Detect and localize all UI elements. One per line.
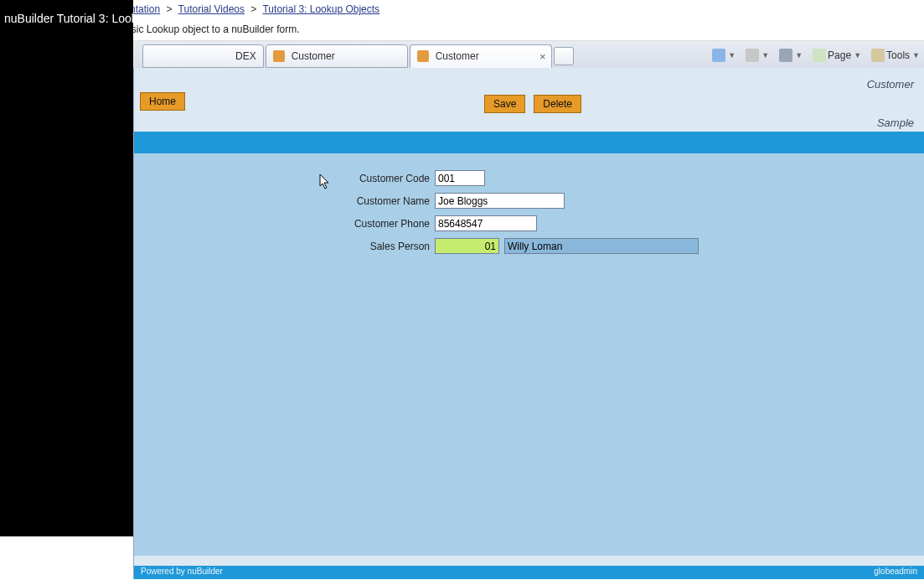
form-body: Customer Code Customer Name Customer Pho… bbox=[134, 153, 924, 556]
customer-code-input[interactable] bbox=[435, 170, 485, 186]
nubuilder-favicon-icon bbox=[273, 50, 285, 62]
delete-button[interactable]: Delete bbox=[534, 95, 581, 113]
page-label: Page bbox=[828, 49, 851, 61]
tools-label: Tools bbox=[886, 49, 910, 61]
save-button[interactable]: Save bbox=[484, 95, 525, 113]
home-icon bbox=[712, 49, 725, 62]
login-name: globeadmin bbox=[874, 567, 917, 578]
tab-label: DEX bbox=[235, 50, 256, 62]
form-breadcrumb-sample: Sample bbox=[877, 117, 914, 129]
home-button[interactable]: Home bbox=[140, 92, 185, 111]
tab-label: Customer bbox=[292, 50, 335, 62]
print-button[interactable]: ▼ bbox=[777, 47, 804, 64]
dropdown-icon[interactable]: ▼ bbox=[728, 51, 736, 60]
powered-by: Powered by nuBuilder bbox=[141, 567, 223, 578]
customer-phone-label: Customer Phone bbox=[271, 218, 430, 230]
form-breadcrumb-customer: Customer bbox=[867, 78, 914, 91]
dropdown-icon[interactable]: ▼ bbox=[912, 51, 920, 60]
doc-breadcrumb: (6.3) nuBuilder Documentation > Tutorial… bbox=[0, 0, 924, 21]
sales-person-lookup-display[interactable] bbox=[504, 238, 699, 254]
breadcrumb-tutorial-link[interactable]: Tutorial 3: Lookup Objects bbox=[262, 3, 379, 15]
sales-person-label: Sales Person bbox=[271, 241, 430, 252]
breadcrumb-sep: > bbox=[250, 3, 256, 15]
new-tab-button[interactable] bbox=[554, 47, 574, 65]
video-title: nuBuilder Tutorial 3: Lookup Objects bbox=[4, 12, 133, 25]
browser-tabstrip: DEX Customer Customer × ▼ ▼ ▼ Page▼ Tool… bbox=[0, 41, 924, 71]
customer-name-label: Customer Name bbox=[271, 195, 430, 207]
breadcrumb-videos-link[interactable]: Tutorial Videos bbox=[178, 3, 245, 15]
tab-index[interactable]: DEX bbox=[142, 44, 264, 68]
tab-customer-1[interactable]: Customer bbox=[266, 44, 408, 68]
home-button[interactable]: ▼ bbox=[710, 47, 737, 64]
rss-button[interactable]: ▼ bbox=[744, 47, 771, 64]
dropdown-icon[interactable]: ▼ bbox=[795, 51, 803, 60]
tools-button[interactable]: Tools▼ bbox=[870, 47, 921, 64]
video-title-overlay: nuBuilder Tutorial 3: Lookup Objects bbox=[0, 0, 133, 536]
tab-label: Customer bbox=[436, 50, 479, 62]
dropdown-icon[interactable]: ▼ bbox=[854, 51, 861, 60]
status-bar: Powered by nuBuilder globeadmin bbox=[134, 566, 924, 579]
tools-icon bbox=[871, 49, 885, 62]
ie-command-bar: ▼ ▼ ▼ Page▼ Tools▼ bbox=[710, 47, 921, 64]
customer-name-input[interactable] bbox=[435, 193, 565, 209]
tutorial-description: n this tutorial we will add a basic Look… bbox=[0, 21, 924, 41]
form-header: Home Save Delete Customer Sample bbox=[134, 68, 924, 132]
nubuilder-favicon-icon bbox=[417, 50, 429, 62]
customer-code-label: Customer Code bbox=[271, 173, 430, 184]
tab-customer-2[interactable]: Customer × bbox=[410, 44, 552, 68]
dropdown-icon[interactable]: ▼ bbox=[761, 51, 769, 60]
form-tab-band bbox=[134, 132, 924, 153]
page-button[interactable]: Page▼ bbox=[811, 47, 863, 64]
print-icon bbox=[779, 49, 792, 62]
nubuilder-app: Home Save Delete Customer Sample Custome… bbox=[133, 68, 924, 579]
sales-person-lookup-code[interactable] bbox=[435, 238, 499, 254]
breadcrumb-sep: > bbox=[166, 3, 172, 15]
rss-icon bbox=[746, 49, 759, 62]
page-icon bbox=[813, 49, 826, 62]
close-tab-icon[interactable]: × bbox=[539, 50, 546, 63]
customer-phone-input[interactable] bbox=[435, 215, 537, 231]
